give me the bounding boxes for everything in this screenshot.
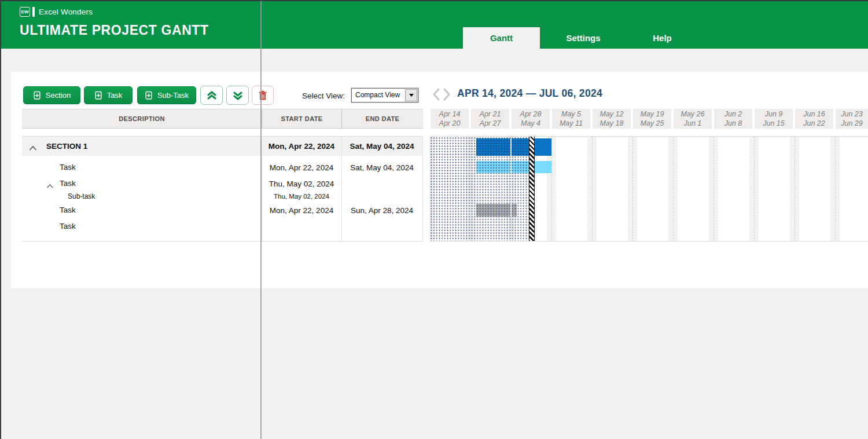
delete-button[interactable] (252, 86, 274, 105)
brand-name: Excel Wonders (39, 8, 93, 16)
collapse-chevron-icon[interactable] (29, 143, 37, 153)
chevron-right-icon (442, 87, 451, 101)
double-chevron-up-icon (206, 90, 218, 101)
row-end-date[interactable]: Sun, Apr 28, 2024 (341, 206, 422, 215)
add-subtask-button[interactable]: Sub-Task (137, 86, 196, 104)
week-header: Jun 2Jun 8 (714, 109, 752, 129)
doc-plus-icon (94, 91, 103, 100)
row-description[interactable]: Task (60, 179, 76, 188)
week-header: May 5May 11 (552, 109, 590, 129)
add-task-button[interactable]: Task (84, 86, 133, 104)
row-end-date[interactable]: Sat, May 04, 2024 (341, 142, 422, 151)
app-header: EW Excel Wonders ULTIMATE PROJECT GANTT … (0, 0, 868, 49)
week-header: May 26Jun 1 (674, 109, 712, 129)
tab-gantt[interactable]: Gantt (463, 27, 540, 49)
week-header: Jun 23Jun 29 (836, 109, 868, 129)
row-start-date[interactable]: Thu, May 02, 2024 (262, 193, 341, 200)
tab-help-label: Help (653, 33, 672, 43)
row-start-date[interactable]: Mon, Apr 22, 2024 (262, 163, 341, 172)
row-description[interactable]: Task (60, 163, 76, 171)
current-date-marker (529, 137, 535, 242)
page-title: ULTIMATE PROJECT GANTT (20, 23, 209, 38)
elapsed-pattern (430, 137, 529, 242)
week-header: Jun 16Jun 22 (795, 109, 833, 129)
tab-settings[interactable]: Settings (540, 27, 627, 49)
task-table: SECTION 1 Mon, Apr 22, 2024 Sat, May 04,… (22, 136, 423, 242)
brand: EW Excel Wonders (20, 7, 93, 17)
date-range-label: APR 14, 2024 — JUL 06, 2024 (457, 87, 602, 100)
chevron-left-icon (432, 87, 441, 101)
dropdown-arrow-icon (409, 94, 414, 97)
week-header: Jun 9Jun 15 (755, 109, 793, 129)
column-header-start-date: START DATE (262, 109, 341, 129)
doc-plus-icon (33, 91, 42, 100)
week-header: Apr 14Apr 20 (431, 109, 469, 129)
column-header-end-date: END DATE (341, 109, 423, 129)
row-description[interactable]: SECTION 1 (46, 142, 87, 151)
add-subtask-label: Sub-Task (157, 91, 189, 100)
collapse-chevron-icon[interactable] (46, 181, 54, 191)
app-window: EW Excel Wonders ULTIMATE PROJECT GANTT … (0, 0, 868, 439)
week-header: May 19May 25 (633, 109, 671, 129)
ew-logo-icon: EW (20, 7, 30, 17)
next-period-button[interactable] (442, 87, 451, 101)
window-border-top (0, 0, 868, 1)
freeze-pane-divider[interactable] (260, 0, 262, 439)
view-select-button[interactable] (405, 89, 417, 101)
gantt-chart (430, 136, 868, 242)
row-start-date[interactable]: Mon, Apr 22, 2024 (262, 142, 341, 151)
row-description[interactable]: Task (60, 206, 76, 214)
row-description[interactable]: Sub-task (68, 192, 95, 200)
add-task-label: Task (107, 91, 123, 100)
column-header-description: DESCRIPTION (22, 109, 262, 129)
view-select[interactable]: Compact View (351, 88, 418, 103)
double-chevron-down-icon (232, 90, 244, 101)
move-up-button[interactable] (200, 86, 223, 105)
week-header: May 12May 18 (593, 109, 631, 129)
doc-plus-icon (145, 91, 153, 100)
add-section-label: Section (46, 91, 71, 100)
row-start-date[interactable]: Thu, May 02, 2024 (262, 180, 341, 188)
week-header: Apr 21Apr 27 (471, 109, 509, 129)
window-border-left (0, 0, 1, 439)
ew-logo-bar (32, 7, 35, 17)
week-header: Apr 28May 4 (512, 109, 550, 129)
prev-period-button[interactable] (432, 87, 441, 101)
add-section-button[interactable]: Section (23, 86, 80, 104)
trash-icon (258, 90, 267, 101)
row-description[interactable]: Task (60, 222, 76, 231)
row-end-date[interactable]: Sat, May 04, 2024 (341, 163, 422, 172)
view-select-value: Compact View (355, 91, 400, 99)
tab-settings-label: Settings (566, 33, 600, 43)
move-down-button[interactable] (226, 86, 249, 105)
select-view-label: Select View: (302, 92, 345, 100)
tab-help[interactable]: Help (627, 27, 698, 49)
row-start-date[interactable]: Mon, Apr 22, 2024 (262, 206, 341, 215)
tab-gantt-label: Gantt (490, 33, 513, 43)
